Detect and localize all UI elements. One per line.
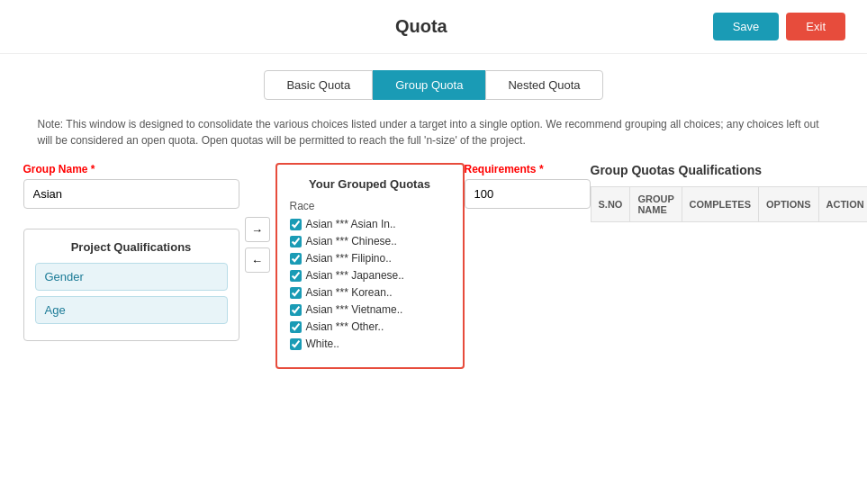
- tab-basic-quota[interactable]: Basic Quota: [264, 70, 373, 100]
- check-label-6: Asian *** Other..: [306, 320, 384, 333]
- checkbox-6[interactable]: [290, 321, 302, 333]
- col-completes: COMPLETES: [682, 187, 758, 222]
- requirements-input[interactable]: [465, 179, 591, 209]
- right-col: Group Quotas Qualifications S.NO GROUP N…: [591, 163, 868, 222]
- checkbox-0[interactable]: [290, 219, 302, 230]
- checkbox-2[interactable]: [290, 253, 302, 265]
- checkbox-5[interactable]: [290, 304, 302, 316]
- group-name-col: Group Name * Project Qualifications Gend…: [23, 163, 239, 341]
- top-bar: Quota Save Exit: [0, 0, 867, 54]
- check-item-5: Asian *** Vietname..: [290, 303, 450, 316]
- check-label-7: White..: [306, 338, 339, 350]
- exit-button[interactable]: Exit: [786, 13, 845, 40]
- grouped-quotas-title: Your Grouped Quotas: [290, 177, 450, 191]
- grouped-quotas-box: Your Grouped Quotas Race Asian *** Asian…: [275, 163, 465, 369]
- save-button[interactable]: Save: [713, 13, 780, 40]
- note-bar: Note: This window is designed to consoli…: [2, 109, 866, 163]
- check-label-5: Asian *** Vietname..: [306, 303, 403, 316]
- arrow-forward-button[interactable]: →: [245, 217, 270, 242]
- checkbox-1[interactable]: [290, 236, 302, 248]
- group-quotas-table: S.NO GROUP NAME COMPLETES OPTIONS ACTION: [591, 186, 868, 222]
- arrow-backward-button[interactable]: ←: [245, 248, 270, 273]
- project-qualifications-title: Project Qualifications: [35, 240, 228, 254]
- tab-nested-quota[interactable]: Nested Quota: [485, 70, 602, 100]
- check-item-7: White..: [290, 338, 450, 350]
- check-label-0: Asian *** Asian In..: [306, 218, 396, 230]
- checkbox-7[interactable]: [290, 338, 302, 350]
- page-title: Quota: [130, 16, 713, 37]
- check-item-6: Asian *** Other..: [290, 320, 450, 333]
- grouped-quotas-col: Your Grouped Quotas Race Asian *** Asian…: [275, 163, 465, 369]
- check-item-3: Asian *** Japanese..: [290, 269, 450, 282]
- check-label-2: Asian *** Filipino..: [306, 252, 392, 265]
- race-label: Race: [290, 200, 450, 212]
- check-label-3: Asian *** Japanese..: [306, 269, 404, 282]
- project-qualifications-box: Project Qualifications Gender Age: [23, 229, 239, 341]
- arrow-col: → ←: [239, 163, 275, 273]
- top-bar-actions: Save Exit: [713, 13, 845, 40]
- requirements-label: Requirements *: [465, 163, 591, 176]
- check-item-1: Asian *** Chinese..: [290, 235, 450, 248]
- col-action: ACTION: [818, 187, 867, 222]
- fields-row: Group Name * Project Qualifications Gend…: [2, 163, 866, 369]
- col-sno: S.NO: [591, 187, 630, 222]
- checkbox-4[interactable]: [290, 287, 302, 299]
- requirements-col: Requirements *: [465, 163, 591, 221]
- check-label-1: Asian *** Chinese..: [306, 235, 397, 248]
- tab-group-quota[interactable]: Group Quota: [373, 70, 485, 100]
- col-group-name: GROUP NAME: [630, 187, 682, 222]
- tabs-row: Basic Quota Group Quota Nested Quota: [0, 54, 867, 109]
- qual-item-age[interactable]: Age: [35, 296, 228, 324]
- check-item-4: Asian *** Korean..: [290, 286, 450, 299]
- group-quotas-section-title: Group Quotas Qualifications: [591, 163, 868, 177]
- check-item-0: Asian *** Asian In..: [290, 218, 450, 230]
- check-item-2: Asian *** Filipino..: [290, 252, 450, 265]
- col-options: OPTIONS: [759, 187, 819, 222]
- qual-item-gender[interactable]: Gender: [35, 263, 228, 291]
- group-name-input[interactable]: [23, 179, 239, 209]
- checkbox-3[interactable]: [290, 270, 302, 282]
- check-label-4: Asian *** Korean..: [306, 286, 393, 299]
- group-name-label: Group Name *: [23, 163, 239, 176]
